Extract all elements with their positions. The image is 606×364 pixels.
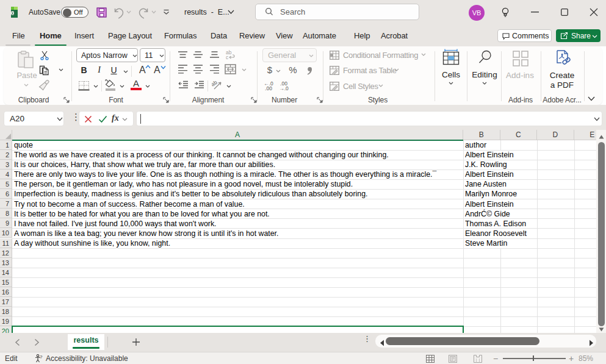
svg-text:?: ?	[40, 354, 43, 360]
